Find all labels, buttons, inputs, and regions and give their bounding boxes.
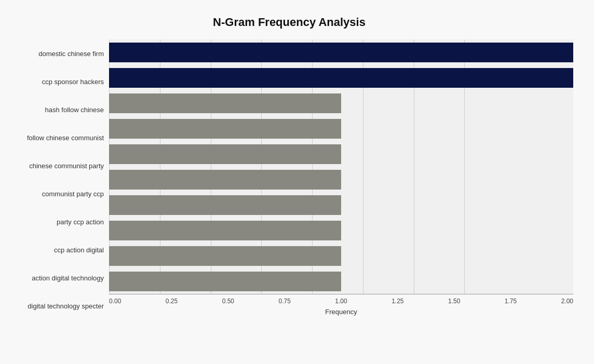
chart-container: N-Gram Frequency Analysis domestic chine…	[0, 0, 594, 364]
bars-and-x: 0.000.250.500.751.001.251.501.752.00 Fre…	[109, 39, 573, 320]
x-tick: 0.75	[278, 298, 290, 305]
chart-title: N-Gram Frequency Analysis	[5, 10, 573, 29]
bar	[109, 221, 341, 240]
bar	[109, 144, 341, 164]
bar-row	[109, 141, 573, 167]
x-tick: 1.00	[335, 298, 347, 305]
bar-row	[109, 90, 573, 116]
bar-row	[109, 218, 573, 243]
y-label: action digital technology	[5, 275, 104, 281]
y-label: communist party ccp	[5, 191, 104, 197]
bar-row	[109, 116, 573, 141]
bar-row	[109, 39, 573, 65]
bars-section	[109, 39, 573, 294]
bar	[109, 68, 573, 88]
y-label: party ccp action	[5, 219, 104, 225]
x-tick: 1.25	[392, 298, 403, 305]
y-label: chinese communist party	[5, 163, 104, 169]
x-tick: 0.25	[166, 298, 178, 305]
x-axis: 0.000.250.500.751.001.251.501.752.00 Fre…	[109, 294, 573, 320]
bar-row	[109, 65, 573, 90]
x-tick: 1.50	[448, 298, 460, 305]
x-tick: 0.50	[222, 298, 234, 305]
bar-row	[109, 243, 573, 268]
bar	[109, 170, 341, 190]
bar-row	[109, 192, 573, 218]
bar	[109, 272, 341, 291]
y-label: ccp sponsor hackers	[5, 78, 104, 85]
bar	[109, 43, 573, 62]
y-labels: domestic chinese firmccp sponsor hackers…	[5, 39, 109, 320]
bar-row	[109, 268, 573, 294]
bar	[109, 119, 341, 139]
bar	[109, 246, 341, 266]
y-label: domestic chinese firm	[5, 50, 104, 57]
x-tick: 0.00	[109, 298, 121, 305]
bar	[109, 93, 341, 113]
y-label: hash follow chinese	[5, 106, 104, 113]
x-tick: 2.00	[561, 298, 573, 305]
y-label: ccp action digital	[5, 247, 104, 253]
bar-row	[109, 167, 573, 192]
y-label: digital technology specter	[5, 303, 104, 309]
x-axis-label: Frequency	[109, 308, 573, 316]
bar	[109, 195, 341, 215]
x-tick: 1.75	[505, 298, 517, 305]
chart-area: domestic chinese firmccp sponsor hackers…	[5, 39, 573, 320]
y-label: follow chinese communist	[5, 134, 104, 141]
x-ticks: 0.000.250.500.751.001.251.501.752.00	[109, 294, 573, 305]
